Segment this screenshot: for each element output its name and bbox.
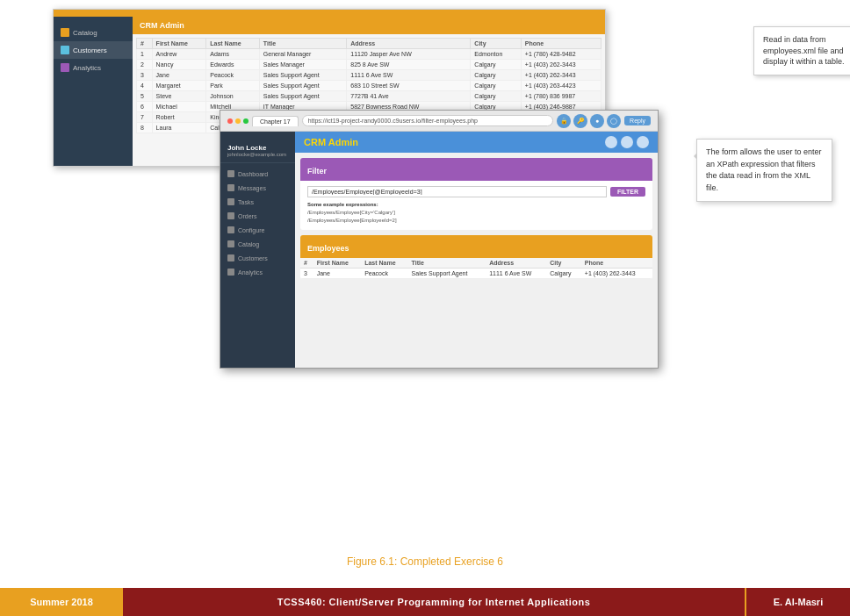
outer-crm-sidebar: Catalog Customers Analytics — [54, 17, 133, 167]
table-cell: 4 — [137, 81, 153, 91]
table-cell: Edmonton — [471, 49, 521, 60]
table-cell: 825 8 Ave SW — [347, 60, 471, 70]
close-dot — [227, 118, 233, 124]
inner-header-title: CRM Admin — [304, 137, 358, 147]
inner-header: CRM Admin — [295, 132, 658, 153]
table-cell: Jane — [152, 70, 206, 81]
emp-table-cell: 1111 6 Ave SW — [486, 269, 546, 279]
outer-tooltip: Read in data from employees.xml file and… — [753, 26, 850, 75]
table-cell: 7727B 41 Ave — [347, 91, 471, 102]
table-cell: 683 10 Street SW — [347, 81, 471, 91]
col-header-phone: Phone — [521, 39, 601, 49]
header-icon-1[interactable] — [605, 136, 617, 148]
browser-dots — [227, 118, 249, 124]
col-header-num: # — [137, 39, 153, 49]
table-cell: 5 — [137, 91, 153, 102]
example-2: /Employees/Employee[EmployeeId=2] — [307, 217, 645, 225]
browser-chrome: Chapter 17 https://ict19-project-randy00… — [220, 111, 658, 132]
emp-table-row: 3JanePeacockSales Support Agent1111 6 Av… — [300, 269, 652, 279]
inner-sidebar-customers[interactable]: Customers — [220, 251, 295, 265]
table-row: 2NancyEdwardsSales Manager825 8 Ave SWCa… — [137, 60, 601, 70]
table-cell: 3 — [137, 70, 153, 81]
minimize-dot — [235, 118, 241, 124]
table-cell: Adams — [206, 49, 260, 60]
outer-sidebar-customers[interactable]: Customers — [54, 41, 133, 59]
browser-tab[interactable]: Chapter 17 — [252, 116, 299, 126]
browser-url[interactable]: https://ict19-project-randy0000.c9users.… — [302, 115, 553, 126]
catalog-icon — [61, 28, 69, 37]
inner-screenshot: Chapter 17 https://ict19-project-randy00… — [220, 110, 659, 369]
table-cell: Sales Support Agent — [259, 91, 346, 102]
examples-title: Some example expressions: — [307, 201, 645, 209]
table-cell: Sales Manager — [259, 60, 346, 70]
table-cell: 8 — [137, 123, 153, 133]
table-cell: Calgary — [471, 91, 521, 102]
tasks-icon — [227, 198, 234, 205]
table-row: 5SteveJohnsonSales Support Agent7727B 41… — [137, 91, 601, 102]
table-cell: 11120 Jasper Ave NW — [347, 49, 471, 60]
col-header-firstname: First Name — [152, 39, 206, 49]
table-cell: Calgary — [471, 81, 521, 91]
table-cell: Edwards — [206, 60, 260, 70]
emp-col-city: City — [546, 258, 581, 269]
browser-actions: 🔒 🔑 ● ◯ — [557, 114, 621, 128]
dashboard-icon — [227, 170, 234, 177]
user-name: John Locke — [227, 144, 288, 152]
footer-center: TCSS460: Client/Server Programming for I… — [123, 588, 745, 616]
table-cell: +1 (403) 262-3443 — [521, 60, 601, 70]
table-cell: Michael — [152, 102, 206, 112]
emp-table-cell: +1 (403) 262-3443 — [581, 269, 652, 279]
employees-header-text: Employees — [307, 244, 349, 253]
table-cell: Johnson — [206, 91, 260, 102]
table-row: 4MargaretParkSales Support Agent683 10 S… — [137, 81, 601, 91]
col-header-address: Address — [347, 39, 471, 49]
inner-catalog-icon — [227, 240, 234, 247]
header-icon-3[interactable] — [637, 136, 649, 148]
employees-table: # First Name Last Name Title Address Cit… — [300, 258, 652, 279]
inner-sidebar-messages[interactable]: Messages — [220, 181, 295, 195]
table-cell: General Manager — [259, 49, 346, 60]
table-cell: Andrew — [152, 49, 206, 60]
inner-sidebar-tasks[interactable]: Tasks — [220, 195, 295, 209]
inner-customers-icon — [227, 254, 234, 261]
table-cell: Sales Support Agent — [259, 70, 346, 81]
table-cell: 1111 6 Ave SW — [347, 70, 471, 81]
emp-table-cell: Calgary — [546, 269, 581, 279]
emp-table-cell: Sales Support Agent — [408, 269, 486, 279]
inner-sidebar-analytics[interactable]: Analytics — [220, 265, 295, 279]
emp-table-cell: 3 — [300, 269, 313, 279]
configure-icon — [227, 226, 234, 233]
inner-crm: John Locke johnlocke@example.com Dashboa… — [220, 132, 658, 368]
reply-button[interactable]: Reply — [624, 116, 651, 125]
filter-button[interactable]: FILTER — [610, 187, 645, 197]
inner-sidebar-configure[interactable]: Configure — [220, 223, 295, 237]
outer-sidebar-catalog[interactable]: Catalog — [54, 24, 133, 41]
filter-row: FILTER — [307, 186, 645, 197]
emp-col-lastname: Last Name — [361, 258, 407, 269]
inner-sidebar-orders[interactable]: Orders — [220, 209, 295, 223]
example-1: /Employees/Employee[City='Calgary'] — [307, 209, 645, 217]
emp-col-num: # — [300, 258, 313, 269]
browser-btn-2[interactable]: 🔑 — [573, 114, 587, 128]
browser-btn-1[interactable]: 🔒 — [557, 114, 571, 128]
table-cell: Sales Support Agent — [259, 81, 346, 91]
table-cell: Laura — [152, 123, 206, 133]
maximize-dot — [243, 118, 249, 124]
browser-btn-4[interactable]: ◯ — [607, 114, 621, 128]
browser-btn-3[interactable]: ● — [590, 114, 604, 128]
outer-sidebar-analytics[interactable]: Analytics — [54, 59, 133, 76]
col-header-city: City — [471, 39, 521, 49]
filter-input[interactable] — [307, 186, 607, 197]
filter-section: Filter FILTER Some example expressions: … — [300, 158, 652, 230]
table-row: 1AndrewAdamsGeneral Manager11120 Jasper … — [137, 49, 601, 60]
main-content: Catalog Customers Analytics CRM Admin — [0, 0, 850, 588]
inner-sidebar-dashboard[interactable]: Dashboard — [220, 167, 295, 181]
employees-section: Employees # First Name Last Name Title A… — [300, 235, 652, 279]
table-cell: Nancy — [152, 60, 206, 70]
header-icon-2[interactable] — [621, 136, 633, 148]
inner-sidebar-catalog[interactable]: Catalog — [220, 237, 295, 251]
table-cell: +1 (780) 836 9987 — [521, 91, 601, 102]
emp-table-cell: Peacock — [361, 269, 407, 279]
table-cell: +1 (403) 263-4423 — [521, 81, 601, 91]
emp-col-address: Address — [486, 258, 546, 269]
